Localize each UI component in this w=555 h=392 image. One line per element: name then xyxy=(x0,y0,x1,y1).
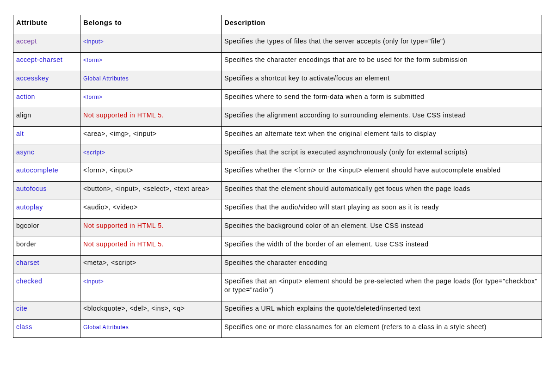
attribute-cell: accept-charset xyxy=(13,53,80,71)
table-row: charset<meta>, <script>Specifies the cha… xyxy=(13,255,542,274)
table-row: accesskeyGlobal AttributesSpecifies a sh… xyxy=(13,71,542,90)
description-cell: Specifies the character encodings that a… xyxy=(222,53,542,71)
description-cell: Specifies a URL which explains the quote… xyxy=(222,301,542,319)
belongs-text: <button>, <input>, <select>, <text area> xyxy=(83,185,210,192)
belongs-cell: Not supported in HTML 5. xyxy=(80,108,222,126)
description-cell: Specifies the width of the border of an … xyxy=(222,237,542,256)
description-cell: Specifies a shortcut key to activate/foc… xyxy=(222,71,542,90)
attribute-cell: async xyxy=(13,145,80,163)
description-cell: Specifies that an <input> element should… xyxy=(222,274,542,301)
description-cell: Specifies the background color of an ele… xyxy=(222,219,542,237)
belongs-link[interactable]: <form> xyxy=(83,57,103,63)
col-header-attribute: Attribute xyxy=(13,15,80,34)
belongs-cell: <meta>, <script> xyxy=(80,255,222,274)
attribute-cell: checked xyxy=(13,274,80,301)
attribute-cell: charset xyxy=(13,255,80,274)
belongs-link[interactable]: Global Attributes xyxy=(83,75,129,82)
table-row: cite<blockquote>, <del>, <ins>, <q>Speci… xyxy=(13,301,542,319)
attribute-cell: alt xyxy=(13,126,80,145)
belongs-text: Not supported in HTML 5. xyxy=(83,111,164,119)
description-cell: Specifies where to send the form-data wh… xyxy=(222,89,542,108)
belongs-cell: <input> xyxy=(80,274,222,301)
attribute-cell: accesskey xyxy=(13,71,80,90)
attribute-link: bgcolor xyxy=(16,222,39,229)
attribute-link[interactable]: checked xyxy=(16,277,42,285)
attribute-link[interactable]: accesskey xyxy=(16,74,49,82)
attribute-link[interactable]: alt xyxy=(16,130,24,137)
attribute-cell: class xyxy=(13,319,80,338)
description-cell: Specifies an alternate text when the ori… xyxy=(222,126,542,145)
attribute-cell: autoplay xyxy=(13,200,80,219)
table-row: classGlobal AttributesSpecifies one or m… xyxy=(13,319,542,338)
description-cell: Specifies that the audio/video will star… xyxy=(222,200,542,219)
attribute-cell: action xyxy=(13,89,80,108)
belongs-cell: Not supported in HTML 5. xyxy=(80,237,222,256)
description-cell: Specifies the types of files that the se… xyxy=(222,34,542,53)
belongs-cell: <script> xyxy=(80,145,222,163)
belongs-text: Not supported in HTML 5. xyxy=(83,222,164,229)
attribute-link[interactable]: accept xyxy=(16,37,37,45)
attribute-link[interactable]: accept-charset xyxy=(16,56,62,63)
belongs-cell: Global Attributes xyxy=(80,71,222,90)
description-cell: Specifies the alignment according to sur… xyxy=(222,108,542,126)
table-row: action<form>Specifies where to send the … xyxy=(13,89,542,108)
attribute-link[interactable]: charset xyxy=(16,259,39,266)
attribute-cell: border xyxy=(13,237,80,256)
table-row: autofocus<button>, <input>, <select>, <t… xyxy=(13,182,542,200)
attributes-table: Attribute Belongs to Description accept<… xyxy=(13,15,542,338)
attribute-link[interactable]: autofocus xyxy=(16,185,47,192)
belongs-text: <form>, <input> xyxy=(83,166,133,174)
belongs-cell: <form> xyxy=(80,53,222,71)
attribute-link: border xyxy=(16,240,37,248)
table-row: accept-charset<form>Specifies the charac… xyxy=(13,53,542,71)
table-row: autoplay<audio>, <video>Specifies that t… xyxy=(13,200,542,219)
belongs-cell: <form>, <input> xyxy=(80,163,222,182)
table-row: alt<area>, <img>, <input>Specifies an al… xyxy=(13,126,542,145)
description-cell: Specifies whether the <form> or the <inp… xyxy=(222,163,542,182)
table-row: alignNot supported in HTML 5.Specifies t… xyxy=(13,108,542,126)
belongs-cell: <form> xyxy=(80,89,222,108)
attribute-link: align xyxy=(16,111,31,119)
belongs-cell: <blockquote>, <del>, <ins>, <q> xyxy=(80,301,222,319)
attribute-cell: bgcolor xyxy=(13,219,80,237)
table-row: accept<input>Specifies the types of file… xyxy=(13,34,542,53)
belongs-text: <area>, <img>, <input> xyxy=(83,130,157,137)
belongs-cell: Global Attributes xyxy=(80,319,222,338)
attribute-link[interactable]: autocomplete xyxy=(16,166,58,174)
belongs-cell: Not supported in HTML 5. xyxy=(80,219,222,237)
attribute-cell: accept xyxy=(13,34,80,53)
belongs-text: <meta>, <script> xyxy=(83,259,136,266)
description-cell: Specifies that the element should automa… xyxy=(222,182,542,200)
attribute-cell: autofocus xyxy=(13,182,80,200)
description-cell: Specifies that the script is executed as… xyxy=(222,145,542,163)
belongs-link[interactable]: <input> xyxy=(83,38,104,45)
page: Attribute Belongs to Description accept<… xyxy=(0,0,555,338)
attribute-link[interactable]: action xyxy=(16,93,35,100)
belongs-cell: <audio>, <video> xyxy=(80,200,222,219)
table-row: autocomplete<form>, <input>Specifies whe… xyxy=(13,163,542,182)
attribute-cell: cite xyxy=(13,301,80,319)
col-header-belongs: Belongs to xyxy=(80,15,222,34)
belongs-text: <audio>, <video> xyxy=(83,203,138,211)
col-header-description: Description xyxy=(222,15,542,34)
belongs-cell: <button>, <input>, <select>, <text area> xyxy=(80,182,222,200)
belongs-link[interactable]: Global Attributes xyxy=(83,324,129,331)
table-row: bgcolorNot supported in HTML 5.Specifies… xyxy=(13,219,542,237)
table-row: async<script>Specifies that the script i… xyxy=(13,145,542,163)
attribute-cell: align xyxy=(13,108,80,126)
belongs-text: Not supported in HTML 5. xyxy=(83,240,164,248)
attribute-link[interactable]: async xyxy=(16,148,35,156)
table-row: checked<input>Specifies that an <input> … xyxy=(13,274,542,301)
belongs-cell: <area>, <img>, <input> xyxy=(80,126,222,145)
attribute-link[interactable]: autoplay xyxy=(16,203,43,211)
belongs-link[interactable]: <form> xyxy=(83,94,103,100)
belongs-cell: <input> xyxy=(80,34,222,53)
attribute-cell: autocomplete xyxy=(13,163,80,182)
attribute-link[interactable]: class xyxy=(16,323,32,331)
description-cell: Specifies one or more classnames for an … xyxy=(222,319,542,338)
description-cell: Specifies the character encoding xyxy=(222,255,542,274)
belongs-link[interactable]: <script> xyxy=(83,149,105,156)
belongs-link[interactable]: <input> xyxy=(83,278,104,285)
belongs-text: <blockquote>, <del>, <ins>, <q> xyxy=(83,305,185,312)
attribute-link[interactable]: cite xyxy=(16,305,27,312)
